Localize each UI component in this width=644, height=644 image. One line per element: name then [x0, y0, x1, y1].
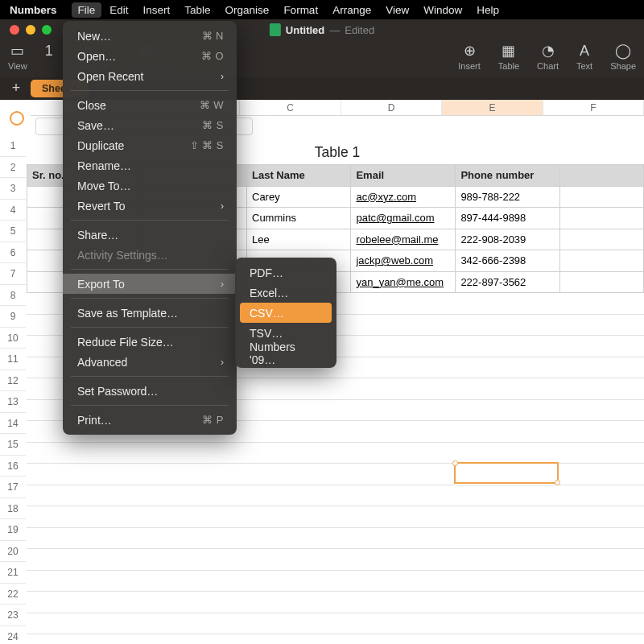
menu-arrange[interactable]: Arrange — [332, 4, 371, 16]
minimize-window-icon[interactable] — [26, 25, 35, 35]
shape-button[interactable]: ◯Shape — [610, 42, 636, 71]
row-headers[interactable]: 1234567891011121314151617181920212223242… — [0, 135, 26, 644]
menu-item-move-to-[interactable]: Move To… — [63, 175, 237, 196]
row-header[interactable]: 22 — [0, 584, 26, 605]
row-header[interactable]: 17 — [0, 477, 26, 498]
chevron-right-icon: › — [221, 279, 224, 290]
document-icon — [270, 23, 281, 36]
menu-item-close[interactable]: Close⌘ W — [63, 95, 237, 115]
col-header[interactable]: D — [341, 100, 442, 115]
row-header[interactable]: 13 — [0, 391, 26, 413]
export-pdf-[interactable]: PDF… — [235, 262, 336, 283]
row-header[interactable]: 18 — [0, 498, 26, 520]
row-header[interactable]: 23 — [0, 605, 26, 626]
view-button[interactable]: ▭View — [8, 42, 27, 71]
menu-item-revert-to[interactable]: Revert To› — [63, 196, 237, 216]
menu-organise[interactable]: Organise — [225, 4, 270, 16]
insert-button[interactable]: ⊕Insert — [458, 42, 481, 71]
traffic-lights[interactable] — [10, 25, 52, 35]
chevron-right-icon: › — [221, 200, 224, 212]
row-header[interactable]: 5 — [0, 221, 26, 242]
text-button[interactable]: AText — [576, 42, 592, 71]
row-header[interactable]: 11 — [0, 349, 26, 370]
row-header[interactable]: 20 — [0, 541, 26, 563]
close-window-icon[interactable] — [10, 25, 19, 35]
row-header[interactable]: 16 — [0, 456, 26, 477]
file-menu[interactable]: New…⌘ NOpen…⌘ OOpen Recent›Close⌘ WSave…… — [63, 21, 237, 435]
menu-table[interactable]: Table — [184, 4, 210, 16]
row-header[interactable]: 14 — [0, 413, 26, 435]
row-header[interactable]: 21 — [0, 562, 26, 584]
menu-item-reduce-file-size-[interactable]: Reduce File Size… — [63, 332, 237, 352]
email-link[interactable]: yan_yan@me.com — [356, 276, 444, 288]
menu-item-duplicate[interactable]: Duplicate⇧ ⌘ S — [63, 135, 237, 155]
menu-insert[interactable]: Insert — [143, 4, 171, 16]
chevron-right-icon: › — [221, 71, 224, 82]
menu-item-rename-[interactable]: Rename… — [63, 155, 237, 175]
table-handle-icon[interactable] — [10, 111, 24, 126]
email-link[interactable]: robelee@mail.me — [356, 233, 438, 246]
zoom-window-icon[interactable] — [42, 25, 52, 35]
zoom-button[interactable]: 1 — [45, 42, 53, 61]
menu-item-save-[interactable]: Save…⌘ S — [63, 115, 237, 135]
cell-selection[interactable] — [454, 462, 559, 484]
menu-help[interactable]: Help — [477, 4, 499, 16]
selection-handle-icon[interactable] — [555, 480, 560, 485]
export-csv-[interactable]: CSV… — [240, 303, 332, 323]
menu-file[interactable]: File — [72, 2, 102, 18]
menu-item-share-[interactable]: Share… — [63, 225, 237, 245]
row-header[interactable]: 24 — [0, 626, 26, 645]
row-header[interactable]: 8 — [0, 285, 26, 307]
chevron-right-icon: › — [221, 357, 224, 368]
row-header[interactable]: 6 — [0, 242, 26, 264]
row-header[interactable]: 2 — [0, 157, 26, 179]
row-header[interactable]: 4 — [0, 200, 26, 221]
menu-window[interactable]: Window — [423, 4, 462, 16]
row-header[interactable]: 7 — [0, 263, 26, 285]
table-button[interactable]: ▦Table — [498, 42, 519, 71]
export-to-submenu[interactable]: PDF…Excel…CSV…TSV…Numbers '09… — [235, 258, 336, 368]
chart-button[interactable]: ◔Chart — [537, 42, 559, 71]
menu-item-save-as-template-[interactable]: Save as Template… — [63, 303, 237, 323]
col-header[interactable]: F — [543, 100, 644, 115]
app-name: Numbers — [10, 4, 57, 16]
menu-item-set-password-[interactable]: Set Password… — [63, 381, 237, 401]
export-numbers-09-[interactable]: Numbers '09… — [235, 343, 336, 363]
document-title[interactable]: Untitled — [286, 24, 324, 36]
email-link[interactable]: patc@gmail.com — [356, 212, 434, 224]
menu-item-print-[interactable]: Print…⌘ P — [63, 410, 237, 430]
menu-item-activity-settings-: Activity Settings… — [63, 245, 237, 265]
selection-handle-icon[interactable] — [452, 460, 458, 466]
row-header[interactable]: 3 — [0, 178, 26, 200]
add-sheet-button[interactable]: + — [6, 80, 26, 97]
menu-item-advanced[interactable]: Advanced› — [63, 352, 237, 372]
row-header[interactable]: 1 — [0, 135, 26, 157]
email-link[interactable]: ac@xyz.com — [356, 191, 416, 203]
menu-item-open-recent[interactable]: Open Recent› — [63, 66, 237, 86]
col-header[interactable]: E — [442, 100, 543, 115]
edited-label: Edited — [345, 24, 374, 36]
col-header[interactable]: C — [240, 100, 341, 115]
menu-item-open-[interactable]: Open…⌘ O — [63, 46, 237, 66]
row-header[interactable]: 19 — [0, 519, 26, 541]
export-excel-[interactable]: Excel… — [235, 283, 336, 303]
row-header[interactable]: 10 — [0, 328, 26, 349]
row-header[interactable]: 15 — [0, 434, 26, 456]
menubar: Numbers FileEditInsertTableOrganiseForma… — [0, 0, 644, 19]
menu-edit[interactable]: Edit — [109, 4, 128, 16]
menu-view[interactable]: View — [386, 4, 409, 16]
email-link[interactable]: jackp@web.com — [356, 254, 433, 266]
menu-item-new-[interactable]: New…⌘ N — [63, 26, 237, 46]
menu-item-export-to[interactable]: Export To› — [63, 274, 237, 294]
menu-format[interactable]: Format — [283, 4, 318, 16]
row-header[interactable]: 12 — [0, 370, 26, 392]
row-header[interactable]: 9 — [0, 306, 26, 328]
